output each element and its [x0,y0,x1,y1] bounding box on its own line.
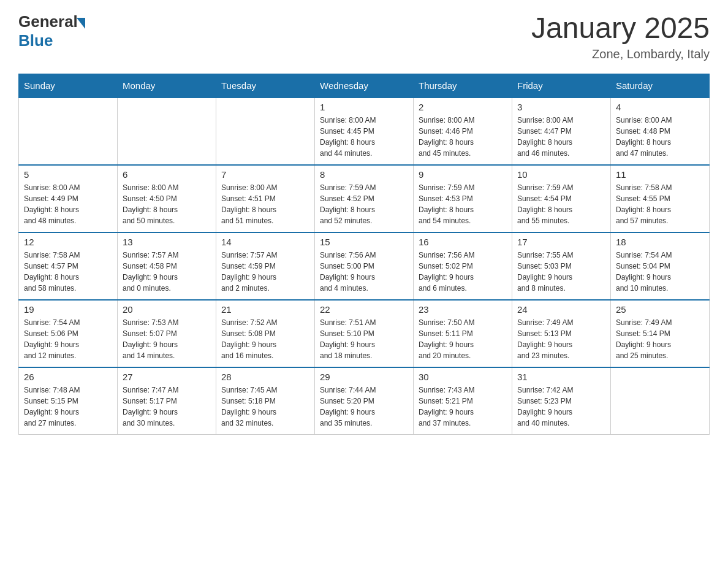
day-number: 3 [517,102,605,112]
logo: General Blue [18,12,85,50]
day-info: Sunrise: 7:52 AM Sunset: 5:08 PM Dayligh… [221,317,309,361]
day-number: 12 [24,237,112,247]
day-info: Sunrise: 7:49 AM Sunset: 5:13 PM Dayligh… [517,317,605,361]
header-row: SundayMondayTuesdayWednesdayThursdayFrid… [19,74,710,98]
day-number: 7 [221,169,309,180]
day-info: Sunrise: 8:00 AM Sunset: 4:45 PM Dayligh… [320,115,408,159]
calendar-header: SundayMondayTuesdayWednesdayThursdayFrid… [19,74,710,98]
day-info: Sunrise: 7:57 AM Sunset: 4:58 PM Dayligh… [123,250,211,294]
header-cell-friday: Friday [512,74,611,98]
week-row-4: 19Sunrise: 7:54 AM Sunset: 5:06 PM Dayli… [19,300,710,367]
logo-arrow-icon [77,18,85,29]
calendar-cell: 10Sunrise: 7:59 AM Sunset: 4:54 PM Dayli… [512,165,611,232]
day-info: Sunrise: 7:56 AM Sunset: 5:00 PM Dayligh… [320,250,408,294]
day-info: Sunrise: 8:00 AM Sunset: 4:50 PM Dayligh… [123,182,211,226]
day-number: 15 [320,237,408,247]
logo-general: General [18,12,78,31]
calendar-cell [19,98,118,165]
week-row-3: 12Sunrise: 7:58 AM Sunset: 4:57 PM Dayli… [19,232,710,300]
calendar-cell: 28Sunrise: 7:45 AM Sunset: 5:18 PM Dayli… [216,367,315,435]
calendar-cell: 29Sunrise: 7:44 AM Sunset: 5:20 PM Dayli… [315,367,414,435]
calendar-cell: 24Sunrise: 7:49 AM Sunset: 5:13 PM Dayli… [512,300,611,367]
day-info: Sunrise: 7:47 AM Sunset: 5:17 PM Dayligh… [123,385,211,429]
calendar-cell: 27Sunrise: 7:47 AM Sunset: 5:17 PM Dayli… [118,367,216,435]
day-number: 24 [517,304,605,315]
day-number: 14 [221,237,309,247]
calendar-cell: 3Sunrise: 8:00 AM Sunset: 4:47 PM Daylig… [512,98,611,165]
day-number: 1 [320,102,408,112]
header-cell-tuesday: Tuesday [216,74,315,98]
day-info: Sunrise: 7:54 AM Sunset: 5:04 PM Dayligh… [616,250,704,294]
day-number: 4 [616,102,704,112]
title-block: January 2025 Zone, Lombardy, Italy [531,12,710,61]
day-info: Sunrise: 7:48 AM Sunset: 5:15 PM Dayligh… [24,385,112,429]
day-info: Sunrise: 8:00 AM Sunset: 4:47 PM Dayligh… [517,115,605,159]
calendar-cell: 18Sunrise: 7:54 AM Sunset: 5:04 PM Dayli… [611,232,710,300]
day-number: 29 [320,372,408,382]
calendar-body: 1Sunrise: 8:00 AM Sunset: 4:45 PM Daylig… [19,98,710,435]
calendar-cell: 13Sunrise: 7:57 AM Sunset: 4:58 PM Dayli… [118,232,216,300]
calendar-cell: 8Sunrise: 7:59 AM Sunset: 4:52 PM Daylig… [315,165,414,232]
day-number: 19 [24,304,112,315]
day-info: Sunrise: 7:57 AM Sunset: 4:59 PM Dayligh… [221,250,309,294]
header-cell-thursday: Thursday [414,74,512,98]
header-cell-saturday: Saturday [611,74,710,98]
calendar-cell: 16Sunrise: 7:56 AM Sunset: 5:02 PM Dayli… [414,232,512,300]
calendar-cell: 1Sunrise: 8:00 AM Sunset: 4:45 PM Daylig… [315,98,414,165]
day-number: 6 [123,169,211,180]
day-info: Sunrise: 7:50 AM Sunset: 5:11 PM Dayligh… [419,317,507,361]
calendar-cell: 4Sunrise: 8:00 AM Sunset: 4:48 PM Daylig… [611,98,710,165]
day-number: 21 [221,304,309,315]
day-number: 28 [221,372,309,382]
day-info: Sunrise: 7:53 AM Sunset: 5:07 PM Dayligh… [123,317,211,361]
calendar-cell [611,367,710,435]
day-number: 31 [517,372,605,382]
calendar-cell: 6Sunrise: 8:00 AM Sunset: 4:50 PM Daylig… [118,165,216,232]
day-number: 20 [123,304,211,315]
week-row-5: 26Sunrise: 7:48 AM Sunset: 5:15 PM Dayli… [19,367,710,435]
header-cell-monday: Monday [118,74,216,98]
day-info: Sunrise: 7:45 AM Sunset: 5:18 PM Dayligh… [221,385,309,429]
day-number: 10 [517,169,605,180]
day-info: Sunrise: 7:59 AM Sunset: 4:54 PM Dayligh… [517,182,605,226]
calendar-cell: 9Sunrise: 7:59 AM Sunset: 4:53 PM Daylig… [414,165,512,232]
calendar-cell: 21Sunrise: 7:52 AM Sunset: 5:08 PM Dayli… [216,300,315,367]
day-info: Sunrise: 7:59 AM Sunset: 4:53 PM Dayligh… [419,182,507,226]
day-number: 26 [24,372,112,382]
calendar-cell [118,98,216,165]
calendar-cell: 14Sunrise: 7:57 AM Sunset: 4:59 PM Dayli… [216,232,315,300]
day-number: 16 [419,237,507,247]
day-info: Sunrise: 7:51 AM Sunset: 5:10 PM Dayligh… [320,317,408,361]
day-info: Sunrise: 7:56 AM Sunset: 5:02 PM Dayligh… [419,250,507,294]
calendar-cell: 26Sunrise: 7:48 AM Sunset: 5:15 PM Dayli… [19,367,118,435]
header-cell-wednesday: Wednesday [315,74,414,98]
calendar-table: SundayMondayTuesdayWednesdayThursdayFrid… [18,74,710,435]
day-info: Sunrise: 7:42 AM Sunset: 5:23 PM Dayligh… [517,385,605,429]
calendar-cell [216,98,315,165]
logo-blue: Blue [18,31,85,50]
calendar-cell: 22Sunrise: 7:51 AM Sunset: 5:10 PM Dayli… [315,300,414,367]
day-info: Sunrise: 7:55 AM Sunset: 5:03 PM Dayligh… [517,250,605,294]
day-info: Sunrise: 8:00 AM Sunset: 4:49 PM Dayligh… [24,182,112,226]
day-number: 9 [419,169,507,180]
day-info: Sunrise: 7:58 AM Sunset: 4:55 PM Dayligh… [616,182,704,226]
page-subtitle: Zone, Lombardy, Italy [531,47,710,61]
page-header: General Blue January 2025 Zone, Lombardy… [18,12,710,61]
day-number: 17 [517,237,605,247]
week-row-2: 5Sunrise: 8:00 AM Sunset: 4:49 PM Daylig… [19,165,710,232]
calendar-cell: 23Sunrise: 7:50 AM Sunset: 5:11 PM Dayli… [414,300,512,367]
week-row-1: 1Sunrise: 8:00 AM Sunset: 4:45 PM Daylig… [19,98,710,165]
day-number: 13 [123,237,211,247]
day-info: Sunrise: 7:58 AM Sunset: 4:57 PM Dayligh… [24,250,112,294]
calendar-cell: 5Sunrise: 8:00 AM Sunset: 4:49 PM Daylig… [19,165,118,232]
calendar-cell: 12Sunrise: 7:58 AM Sunset: 4:57 PM Dayli… [19,232,118,300]
day-number: 25 [616,304,704,315]
page-title: January 2025 [531,12,710,45]
calendar-cell: 25Sunrise: 7:49 AM Sunset: 5:14 PM Dayli… [611,300,710,367]
day-info: Sunrise: 8:00 AM Sunset: 4:51 PM Dayligh… [221,182,309,226]
day-info: Sunrise: 7:59 AM Sunset: 4:52 PM Dayligh… [320,182,408,226]
day-number: 23 [419,304,507,315]
calendar-cell: 7Sunrise: 8:00 AM Sunset: 4:51 PM Daylig… [216,165,315,232]
day-number: 18 [616,237,704,247]
day-number: 2 [419,102,507,112]
